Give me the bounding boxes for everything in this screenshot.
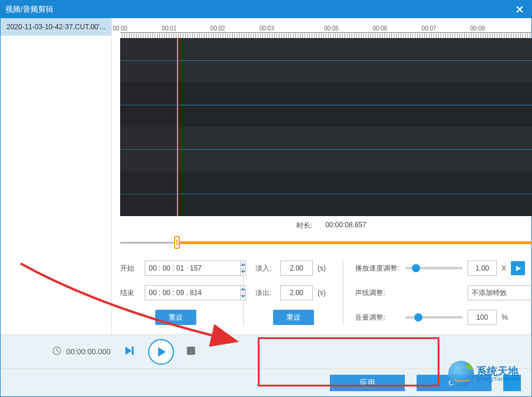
fadeout-label: 淡出: [255,288,275,298]
speed-input[interactable] [468,261,497,276]
clock-icon [52,346,62,357]
transport-bar: 00:00:00.000 [1,334,531,368]
start-label: 开始 [120,263,140,273]
end-time-input[interactable] [145,285,214,300]
stop-button[interactable] [187,347,197,357]
ok-button[interactable]: OK [417,375,492,391]
window-title: 视频/音频剪辑 [5,4,53,15]
voice-effect-select[interactable]: 不添加特效 [468,285,532,300]
fadein-unit: (s) [318,264,326,272]
fadein-input[interactable] [280,261,313,276]
volume-input[interactable] [468,310,497,325]
speed-label: 播放速度调整: [355,263,401,273]
titlebar: 视频/音频剪辑 [1,1,531,18]
editor-window: 视频/音频剪辑 2020-11-03-10-42-37.CUT.00'... 0… [0,0,532,397]
start-time-input[interactable] [145,261,214,276]
reset-trim-button[interactable]: 重设 [155,310,196,325]
time-ruler: 00:0000:0100:0200:0300:0500:0600:0700:08… [120,25,532,38]
end-label: 结束 [120,288,140,298]
play-button[interactable] [148,339,174,365]
volume-slider[interactable] [405,316,463,319]
fadeout-input[interactable] [280,285,313,300]
skip-start-icon[interactable] [124,345,135,358]
svg-rect-1 [132,347,134,355]
duration-row: 时长: 00:00:08.657 [120,216,532,233]
speed-unit: X [502,264,506,272]
voice-label: 声线调整: [355,288,401,298]
speed-slider[interactable] [405,267,463,269]
fadein-label: 淡入: [255,263,275,273]
range-handle-start[interactable] [174,236,180,249]
main-panel: 00:0000:0100:0200:0300:0500:0600:0700:08… [112,18,532,334]
file-list: 2020-11-03-10-42-37.CUT.00'... [1,18,112,334]
volume-label: 音量调整: [355,313,401,323]
range-slider[interactable] [120,234,532,251]
apply-button[interactable]: 应用 [330,375,405,391]
transport-time: 00:00:00.000 [66,347,111,356]
duration-value: 00:00:08.657 [325,221,366,231]
speed-preview-play-icon[interactable] [511,261,525,275]
reset-fade-button[interactable]: 重设 [273,310,314,325]
fadeout-unit: (s) [318,289,326,297]
volume-unit: % [502,313,508,321]
duration-label: 时长: [296,221,312,231]
footer-bar: 应用 OK [1,368,531,396]
extra-button[interactable] [503,375,521,391]
file-item[interactable]: 2020-11-03-10-42-37.CUT.00'... [1,18,111,36]
waveform-view[interactable] [120,38,532,216]
close-icon[interactable] [513,2,527,16]
